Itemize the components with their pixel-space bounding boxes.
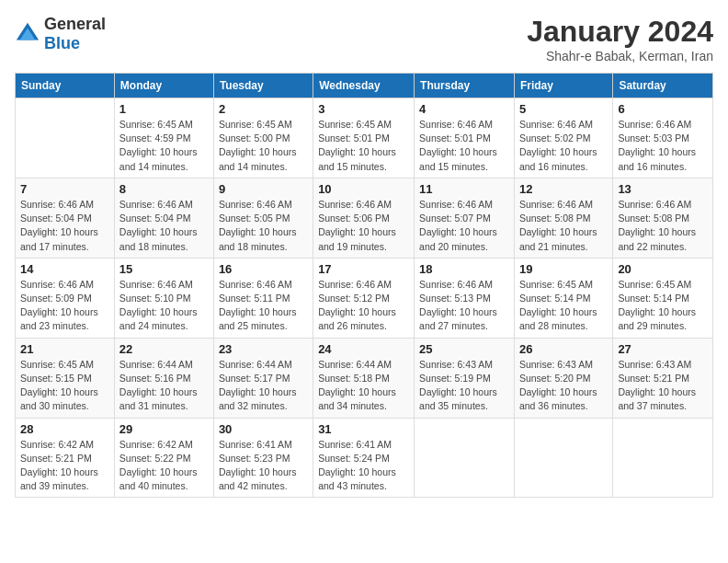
day-header-sunday: Sunday bbox=[16, 74, 115, 98]
calendar-cell: 26Sunrise: 6:43 AMSunset: 5:20 PMDayligh… bbox=[514, 338, 612, 418]
calendar-cell: 27Sunrise: 6:43 AMSunset: 5:21 PMDayligh… bbox=[613, 338, 713, 418]
month-title: January 2024 bbox=[527, 15, 713, 49]
day-number: 17 bbox=[318, 262, 409, 276]
day-number: 22 bbox=[119, 342, 209, 356]
header: General Blue January 2024 Shahr-e Babak,… bbox=[15, 15, 713, 63]
day-number: 28 bbox=[20, 422, 109, 436]
calendar-cell: 17Sunrise: 6:46 AMSunset: 5:12 PMDayligh… bbox=[313, 258, 415, 338]
day-info: Sunrise: 6:46 AMSunset: 5:07 PMDaylight:… bbox=[419, 199, 497, 252]
logo: General Blue bbox=[15, 15, 106, 53]
day-number: 25 bbox=[419, 342, 509, 356]
calendar-cell: 21Sunrise: 6:45 AMSunset: 5:15 PMDayligh… bbox=[16, 338, 115, 418]
day-info: Sunrise: 6:42 AMSunset: 5:22 PMDaylight:… bbox=[119, 439, 198, 492]
day-info: Sunrise: 6:46 AMSunset: 5:04 PMDaylight:… bbox=[119, 199, 198, 252]
calendar-cell bbox=[514, 418, 612, 498]
day-info: Sunrise: 6:43 AMSunset: 5:19 PMDaylight:… bbox=[419, 359, 497, 412]
day-info: Sunrise: 6:46 AMSunset: 5:05 PMDaylight:… bbox=[219, 199, 297, 252]
day-info: Sunrise: 6:46 AMSunset: 5:12 PMDaylight:… bbox=[318, 279, 396, 332]
day-info: Sunrise: 6:45 AMSunset: 5:15 PMDaylight:… bbox=[20, 359, 98, 412]
day-info: Sunrise: 6:46 AMSunset: 5:01 PMDaylight:… bbox=[419, 119, 497, 172]
day-info: Sunrise: 6:44 AMSunset: 5:18 PMDaylight:… bbox=[318, 359, 396, 412]
logo-blue: Blue bbox=[44, 34, 80, 52]
day-number: 15 bbox=[119, 262, 209, 276]
calendar-cell: 3Sunrise: 6:45 AMSunset: 5:01 PMDaylight… bbox=[313, 98, 415, 178]
calendar-cell: 31Sunrise: 6:41 AMSunset: 5:24 PMDayligh… bbox=[313, 418, 415, 498]
day-info: Sunrise: 6:46 AMSunset: 5:03 PMDaylight:… bbox=[618, 119, 696, 172]
calendar-cell: 15Sunrise: 6:46 AMSunset: 5:10 PMDayligh… bbox=[114, 258, 213, 338]
day-info: Sunrise: 6:45 AMSunset: 5:01 PMDaylight:… bbox=[318, 119, 396, 172]
calendar-cell: 24Sunrise: 6:44 AMSunset: 5:18 PMDayligh… bbox=[313, 338, 415, 418]
day-header-friday: Friday bbox=[514, 74, 612, 98]
calendar-cell: 10Sunrise: 6:46 AMSunset: 5:06 PMDayligh… bbox=[313, 178, 415, 258]
calendar-cell: 22Sunrise: 6:44 AMSunset: 5:16 PMDayligh… bbox=[114, 338, 213, 418]
day-info: Sunrise: 6:46 AMSunset: 5:06 PMDaylight:… bbox=[318, 199, 396, 252]
day-info: Sunrise: 6:42 AMSunset: 5:21 PMDaylight:… bbox=[20, 439, 98, 492]
calendar-cell bbox=[415, 418, 515, 498]
day-number: 14 bbox=[20, 262, 109, 276]
day-number: 27 bbox=[618, 342, 708, 356]
day-number: 29 bbox=[119, 422, 209, 436]
day-info: Sunrise: 6:46 AMSunset: 5:09 PMDaylight:… bbox=[20, 279, 98, 332]
title-area: January 2024 Shahr-e Babak, Kerman, Iran bbox=[527, 15, 713, 63]
day-info: Sunrise: 6:45 AMSunset: 5:14 PMDaylight:… bbox=[519, 279, 597, 332]
day-number: 30 bbox=[219, 422, 308, 436]
day-number: 5 bbox=[519, 102, 608, 116]
week-row-3: 14Sunrise: 6:46 AMSunset: 5:09 PMDayligh… bbox=[16, 258, 713, 338]
calendar-cell: 30Sunrise: 6:41 AMSunset: 5:23 PMDayligh… bbox=[213, 418, 313, 498]
day-info: Sunrise: 6:46 AMSunset: 5:11 PMDaylight:… bbox=[219, 279, 297, 332]
day-number: 1 bbox=[119, 102, 209, 116]
calendar-cell: 5Sunrise: 6:46 AMSunset: 5:02 PMDaylight… bbox=[514, 98, 612, 178]
day-info: Sunrise: 6:46 AMSunset: 5:13 PMDaylight:… bbox=[419, 279, 497, 332]
day-info: Sunrise: 6:43 AMSunset: 5:21 PMDaylight:… bbox=[618, 359, 696, 412]
calendar-cell: 1Sunrise: 6:45 AMSunset: 4:59 PMDaylight… bbox=[114, 98, 213, 178]
calendar-cell: 9Sunrise: 6:46 AMSunset: 5:05 PMDaylight… bbox=[213, 178, 313, 258]
day-info: Sunrise: 6:46 AMSunset: 5:08 PMDaylight:… bbox=[519, 199, 597, 252]
day-info: Sunrise: 6:46 AMSunset: 5:02 PMDaylight:… bbox=[519, 119, 597, 172]
day-header-wednesday: Wednesday bbox=[313, 74, 415, 98]
day-info: Sunrise: 6:41 AMSunset: 5:24 PMDaylight:… bbox=[318, 439, 396, 492]
calendar-cell: 8Sunrise: 6:46 AMSunset: 5:04 PMDaylight… bbox=[114, 178, 213, 258]
calendar-cell: 23Sunrise: 6:44 AMSunset: 5:17 PMDayligh… bbox=[213, 338, 313, 418]
day-info: Sunrise: 6:44 AMSunset: 5:16 PMDaylight:… bbox=[119, 359, 198, 412]
day-number: 31 bbox=[318, 422, 409, 436]
day-number: 21 bbox=[20, 342, 109, 356]
day-info: Sunrise: 6:46 AMSunset: 5:10 PMDaylight:… bbox=[119, 279, 198, 332]
calendar-cell: 7Sunrise: 6:46 AMSunset: 5:04 PMDaylight… bbox=[16, 178, 115, 258]
calendar-cell: 25Sunrise: 6:43 AMSunset: 5:19 PMDayligh… bbox=[415, 338, 515, 418]
subtitle: Shahr-e Babak, Kerman, Iran bbox=[527, 49, 713, 63]
week-row-2: 7Sunrise: 6:46 AMSunset: 5:04 PMDaylight… bbox=[16, 178, 713, 258]
calendar-cell: 20Sunrise: 6:45 AMSunset: 5:14 PMDayligh… bbox=[613, 258, 713, 338]
calendar-cell: 29Sunrise: 6:42 AMSunset: 5:22 PMDayligh… bbox=[114, 418, 213, 498]
logo-general: General bbox=[44, 15, 106, 33]
day-number: 19 bbox=[519, 262, 608, 276]
day-number: 24 bbox=[318, 342, 409, 356]
day-info: Sunrise: 6:46 AMSunset: 5:04 PMDaylight:… bbox=[20, 199, 98, 252]
day-number: 12 bbox=[519, 182, 608, 196]
day-number: 2 bbox=[219, 102, 308, 116]
day-info: Sunrise: 6:41 AMSunset: 5:23 PMDaylight:… bbox=[219, 439, 297, 492]
calendar-cell: 6Sunrise: 6:46 AMSunset: 5:03 PMDaylight… bbox=[613, 98, 713, 178]
header-row: SundayMondayTuesdayWednesdayThursdayFrid… bbox=[16, 74, 713, 98]
day-info: Sunrise: 6:43 AMSunset: 5:20 PMDaylight:… bbox=[519, 359, 597, 412]
day-header-tuesday: Tuesday bbox=[213, 74, 313, 98]
week-row-5: 28Sunrise: 6:42 AMSunset: 5:21 PMDayligh… bbox=[16, 418, 713, 498]
calendar-cell: 18Sunrise: 6:46 AMSunset: 5:13 PMDayligh… bbox=[415, 258, 515, 338]
calendar-cell bbox=[16, 98, 115, 178]
calendar-cell: 13Sunrise: 6:46 AMSunset: 5:08 PMDayligh… bbox=[613, 178, 713, 258]
calendar-cell: 16Sunrise: 6:46 AMSunset: 5:11 PMDayligh… bbox=[213, 258, 313, 338]
calendar-table: SundayMondayTuesdayWednesdayThursdayFrid… bbox=[15, 73, 713, 498]
logo-icon bbox=[15, 21, 40, 47]
day-info: Sunrise: 6:45 AMSunset: 5:00 PMDaylight:… bbox=[219, 119, 297, 172]
calendar-cell bbox=[613, 418, 713, 498]
calendar-cell: 14Sunrise: 6:46 AMSunset: 5:09 PMDayligh… bbox=[16, 258, 115, 338]
day-header-monday: Monday bbox=[114, 74, 213, 98]
day-number: 23 bbox=[219, 342, 308, 356]
calendar-cell: 19Sunrise: 6:45 AMSunset: 5:14 PMDayligh… bbox=[514, 258, 612, 338]
day-header-saturday: Saturday bbox=[613, 74, 713, 98]
day-number: 6 bbox=[618, 102, 708, 116]
calendar-cell: 4Sunrise: 6:46 AMSunset: 5:01 PMDaylight… bbox=[415, 98, 515, 178]
day-number: 4 bbox=[419, 102, 509, 116]
week-row-1: 1Sunrise: 6:45 AMSunset: 4:59 PMDaylight… bbox=[16, 98, 713, 178]
calendar-cell: 2Sunrise: 6:45 AMSunset: 5:00 PMDaylight… bbox=[213, 98, 313, 178]
day-number: 9 bbox=[219, 182, 308, 196]
